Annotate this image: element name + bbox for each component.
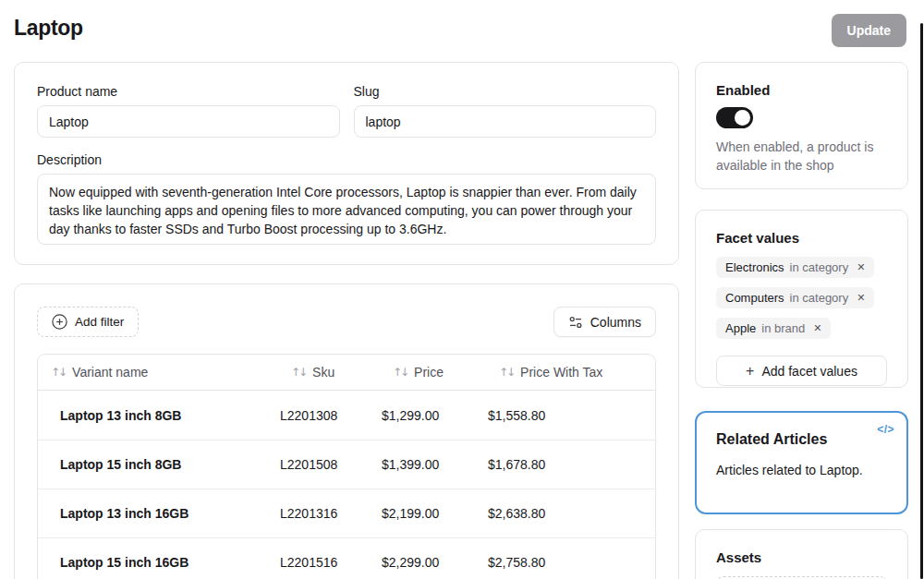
cell-sku: L2201516 bbox=[269, 555, 371, 570]
related-articles-title: Related Articles bbox=[716, 431, 887, 448]
page-scrollbar[interactable] bbox=[920, 23, 923, 579]
add-facet-values-label: Add facet values bbox=[761, 364, 857, 379]
remove-facet-icon[interactable]: ✕ bbox=[813, 322, 821, 334]
facet-chip-name: Electronics bbox=[725, 260, 784, 274]
sort-icon[interactable]: ↑↓ bbox=[291, 366, 306, 379]
header-label: Price bbox=[414, 365, 444, 380]
assets-title: Assets bbox=[716, 549, 887, 565]
cell-price-with-tax: $1,678.80 bbox=[477, 457, 655, 472]
facet-chip-name: Computers bbox=[725, 291, 784, 305]
enabled-card: Enabled When enabled, a product is avail… bbox=[695, 62, 908, 189]
description-textarea[interactable]: Now equipped with seventh-generation Int… bbox=[37, 174, 656, 245]
table-row[interactable]: Laptop 13 inch 16GB L2201316 $2,199.00 $… bbox=[38, 489, 655, 537]
plus-circle-icon bbox=[52, 314, 67, 330]
variants-table: ↑↓ Variant name ↑↓ Sku ↑↓ Price ↑↓ Price… bbox=[37, 354, 656, 579]
product-name-input[interactable] bbox=[37, 105, 340, 138]
facet-chip-list: Electronics in category ✕ Computers in c… bbox=[716, 257, 887, 339]
header-sku[interactable]: ↑↓ Sku bbox=[269, 365, 371, 380]
facet-chip-facet: in category bbox=[790, 291, 849, 305]
header-label: Sku bbox=[312, 365, 334, 380]
variants-card: Add filter Columns ↑↓ Variant name bbox=[14, 283, 679, 579]
slug-field-group: Slug bbox=[354, 84, 657, 138]
variants-toolbar: Add filter Columns bbox=[37, 307, 656, 337]
facet-chip[interactable]: Computers in category ✕ bbox=[716, 287, 874, 308]
product-name-label: Product name bbox=[37, 84, 340, 99]
add-filter-label: Add filter bbox=[75, 315, 124, 329]
sort-icon[interactable]: ↑↓ bbox=[393, 366, 407, 379]
enabled-toggle[interactable] bbox=[716, 107, 753, 128]
code-icon: </> bbox=[877, 423, 894, 436]
name-slug-row: Product name Slug bbox=[37, 84, 656, 138]
cell-price-with-tax: $2,638.80 bbox=[477, 506, 655, 521]
cell-variant-name[interactable]: Laptop 15 inch 8GB bbox=[38, 457, 269, 472]
product-name-field-group: Product name bbox=[37, 84, 340, 138]
toggle-knob bbox=[735, 110, 750, 126]
header-label: Price With Tax bbox=[520, 365, 602, 380]
remove-facet-icon[interactable]: ✕ bbox=[857, 292, 865, 304]
table-row[interactable]: Laptop 13 inch 8GB L2201308 $1,299.00 $1… bbox=[38, 391, 655, 440]
topbar: Laptop Update bbox=[0, 0, 924, 55]
plus-icon: + bbox=[746, 363, 754, 380]
facet-chip[interactable]: Electronics in category ✕ bbox=[716, 257, 874, 278]
sort-icon[interactable]: ↑↓ bbox=[499, 366, 514, 379]
description-label: Description bbox=[37, 152, 656, 167]
header-label: Variant name bbox=[72, 365, 148, 380]
cell-variant-name[interactable]: Laptop 15 inch 16GB bbox=[38, 555, 269, 570]
facet-values-card: Facet values Electronics in category ✕ C… bbox=[695, 210, 908, 388]
header-price-with-tax[interactable]: ↑↓ Price With Tax bbox=[477, 365, 655, 380]
related-articles-text: Articles related to Laptop. bbox=[716, 463, 887, 477]
slug-label: Slug bbox=[354, 84, 657, 99]
cell-sku: L2201308 bbox=[269, 408, 371, 423]
cell-price-with-tax: $1,558.80 bbox=[477, 408, 655, 423]
sidebar: Enabled When enabled, a product is avail… bbox=[695, 62, 908, 579]
header-variant-name[interactable]: ↑↓ Variant name bbox=[38, 365, 269, 380]
product-form-card: Product name Slug Description Now equipp… bbox=[14, 62, 679, 265]
cell-price: $1,399.00 bbox=[371, 457, 477, 472]
enabled-title: Enabled bbox=[716, 82, 887, 98]
sort-icon[interactable]: ↑↓ bbox=[51, 366, 66, 379]
cell-price: $1,299.00 bbox=[371, 408, 477, 423]
facet-chip-facet: in category bbox=[790, 260, 849, 274]
facet-chip-name: Apple bbox=[725, 321, 756, 335]
cell-variant-name[interactable]: Laptop 13 inch 8GB bbox=[38, 408, 269, 423]
enabled-help-text: When enabled, a product is available in … bbox=[716, 138, 887, 175]
facet-chip[interactable]: Apple in brand ✕ bbox=[716, 318, 831, 339]
table-row[interactable]: Laptop 15 inch 16GB L2201516 $2,299.00 $… bbox=[38, 537, 655, 579]
columns-label: Columns bbox=[590, 315, 641, 330]
slug-input[interactable] bbox=[354, 105, 657, 138]
header-price[interactable]: ↑↓ Price bbox=[371, 365, 477, 380]
table-header-row: ↑↓ Variant name ↑↓ Sku ↑↓ Price ↑↓ Price… bbox=[38, 355, 655, 391]
facet-values-title: Facet values bbox=[716, 230, 887, 246]
update-button[interactable]: Update bbox=[832, 14, 906, 47]
assets-card: Assets bbox=[695, 529, 908, 579]
cell-price-with-tax: $2,758.80 bbox=[477, 555, 655, 570]
related-articles-card[interactable]: </> Related Articles Articles related to… bbox=[695, 411, 908, 514]
cell-sku: L2201508 bbox=[269, 457, 371, 472]
remove-facet-icon[interactable]: ✕ bbox=[857, 261, 865, 273]
add-facet-values-button[interactable]: + Add facet values bbox=[716, 356, 887, 386]
columns-button[interactable]: Columns bbox=[553, 307, 656, 337]
add-filter-button[interactable]: Add filter bbox=[37, 307, 139, 337]
page-title: Laptop bbox=[14, 16, 83, 41]
cell-variant-name[interactable]: Laptop 13 inch 16GB bbox=[38, 506, 269, 521]
cell-price: $2,299.00 bbox=[371, 555, 477, 570]
columns-settings-icon bbox=[568, 315, 583, 330]
cell-sku: L2201316 bbox=[269, 506, 371, 521]
cell-price: $2,199.00 bbox=[371, 506, 477, 521]
table-row[interactable]: Laptop 15 inch 8GB L2201508 $1,399.00 $1… bbox=[38, 440, 655, 489]
facet-chip-facet: in brand bbox=[761, 321, 805, 335]
